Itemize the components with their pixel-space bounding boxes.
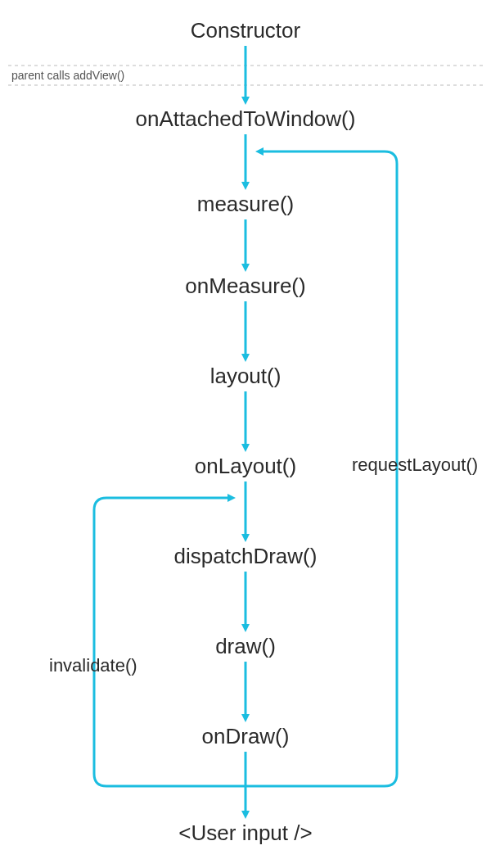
node-onattachedtowindow: onAttachedToWindow() <box>0 106 491 132</box>
node-ondraw: onDraw() <box>0 724 491 749</box>
node-layout: layout() <box>0 364 491 389</box>
node-constructor: Constructor <box>0 18 491 43</box>
label-invalidate: invalidate() <box>49 655 137 676</box>
node-measure: measure() <box>0 192 491 217</box>
label-requestlayout: requestLayout() <box>352 454 478 476</box>
node-userinput: <User input /> <box>0 821 491 846</box>
divider-label: parent calls addView() <box>11 69 124 82</box>
node-onmeasure: onMeasure() <box>0 274 491 299</box>
node-dispatchdraw: dispatchDraw() <box>0 544 491 569</box>
